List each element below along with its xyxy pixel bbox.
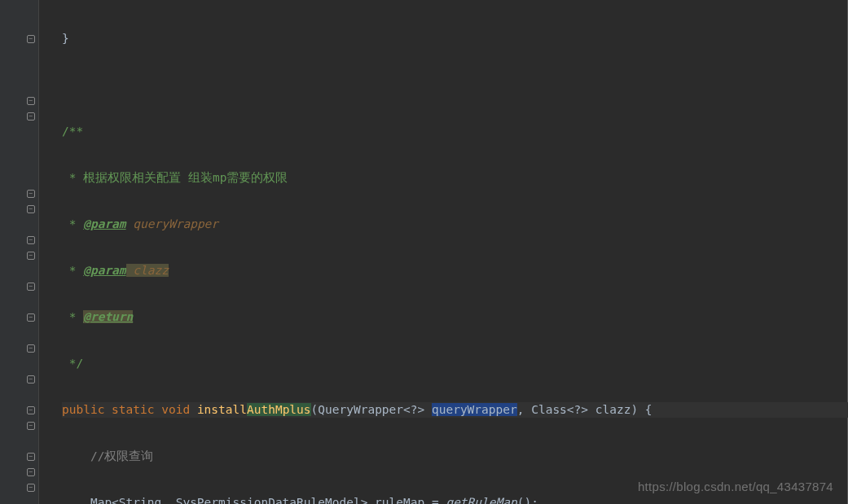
watermark: https://blog.csdn.net/qq_43437874 — [638, 479, 833, 494]
fold-start-icon[interactable]: − — [27, 205, 35, 213]
fold-start-icon[interactable]: − — [27, 422, 35, 430]
doc-tag: @param — [83, 264, 125, 277]
code-area[interactable]: } /** * 根据权限相关配置 组装mp需要的权限 * @param quer… — [39, 0, 848, 504]
fold-start-icon[interactable]: − — [27, 190, 35, 198]
fold-minus-icon[interactable]: − — [27, 35, 35, 43]
doc-prefix: * — [62, 264, 83, 277]
doc-text: 根据权限相关配置 组装mp需要的权限 — [83, 171, 288, 184]
doc-end: */ — [62, 357, 83, 370]
fold-end-icon[interactable]: − — [27, 236, 35, 244]
doc-start: /** — [62, 125, 83, 138]
method-name-highlight: AuthMplus — [247, 403, 311, 416]
doc-param: queryWrapper — [126, 217, 219, 230]
gutter: − − − − − − − − − − − − − − − − − — [0, 0, 39, 504]
selection: queryWrapper — [432, 403, 517, 416]
fold-end-icon[interactable]: − — [27, 468, 35, 476]
method-name: install — [197, 403, 247, 416]
code-text: (QueryWrapper<?> — [311, 403, 432, 416]
keywords: public static void — [62, 403, 190, 416]
doc-tag: @param — [83, 217, 125, 230]
code-text: (); — [517, 496, 538, 504]
fold-start-icon[interactable]: − — [27, 313, 35, 322]
code-text: Map<String, SysPermissionDataRuleModel> … — [62, 496, 446, 504]
space — [190, 403, 197, 416]
fold-end-icon[interactable]: − — [27, 484, 35, 492]
code-text: } — [62, 32, 69, 45]
static-call: getRuleMap — [446, 496, 516, 504]
fold-start-icon[interactable]: − — [27, 375, 35, 383]
doc-prefix: * — [62, 310, 83, 323]
doc-param: clazz — [126, 264, 169, 277]
doc-prefix: * — [62, 217, 83, 230]
fold-end-icon[interactable]: − — [27, 344, 35, 353]
code-editor[interactable]: − − − − − − − − − − − − − − − − − } /** — [0, 0, 848, 504]
fold-end-icon[interactable]: − — [27, 453, 35, 461]
code-text: , Class<?> clazz) { — [517, 403, 652, 416]
comment: //权限查询 — [62, 449, 153, 462]
fold-start-icon[interactable]: − — [27, 283, 35, 291]
doc-prefix: * — [62, 171, 83, 184]
fold-end-icon[interactable]: − — [27, 406, 35, 414]
fold-minus-icon[interactable]: − — [27, 97, 35, 105]
doc-tag: @return — [83, 310, 133, 323]
fold-end-icon[interactable]: − — [27, 252, 35, 260]
fold-start-icon[interactable]: − — [27, 112, 35, 121]
